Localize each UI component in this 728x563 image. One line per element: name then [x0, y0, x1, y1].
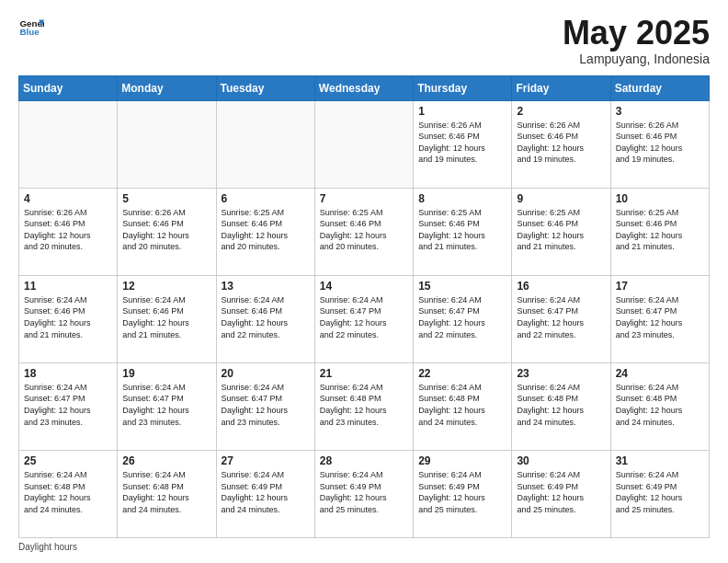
location: Lampuyang, Indonesia: [563, 52, 710, 66]
day-info: Sunrise: 6:26 AM Sunset: 6:46 PM Dayligh…: [418, 120, 506, 166]
day-info: Sunrise: 6:24 AM Sunset: 6:47 PM Dayligh…: [517, 294, 605, 340]
day-number: 9: [517, 192, 605, 205]
calendar-cell: 15Sunrise: 6:24 AM Sunset: 6:47 PM Dayli…: [414, 275, 512, 362]
day-number: 21: [320, 367, 408, 380]
day-info: Sunrise: 6:24 AM Sunset: 6:48 PM Dayligh…: [418, 382, 506, 428]
calendar-cell: 11Sunrise: 6:24 AM Sunset: 6:46 PM Dayli…: [19, 275, 118, 362]
day-number: 7: [320, 192, 408, 205]
day-info: Sunrise: 6:24 AM Sunset: 6:49 PM Dayligh…: [517, 469, 605, 515]
title-block: May 2025 Lampuyang, Indonesia: [563, 15, 710, 66]
month-title: May 2025: [563, 15, 710, 52]
calendar-day-header: Friday: [512, 75, 610, 100]
calendar-header-row: SundayMondayTuesdayWednesdayThursdayFrid…: [19, 75, 710, 100]
day-info: Sunrise: 6:26 AM Sunset: 6:46 PM Dayligh…: [122, 207, 210, 253]
day-info: Sunrise: 6:25 AM Sunset: 6:46 PM Dayligh…: [222, 207, 310, 253]
calendar-day-header: Sunday: [19, 75, 118, 100]
day-info: Sunrise: 6:26 AM Sunset: 6:46 PM Dayligh…: [616, 120, 704, 166]
calendar-day-header: Tuesday: [216, 75, 314, 100]
calendar-cell: 30Sunrise: 6:24 AM Sunset: 6:49 PM Dayli…: [512, 450, 610, 537]
day-info: Sunrise: 6:24 AM Sunset: 6:48 PM Dayligh…: [320, 382, 408, 428]
day-number: 10: [616, 192, 704, 205]
calendar-cell: 31Sunrise: 6:24 AM Sunset: 6:49 PM Dayli…: [610, 450, 709, 537]
calendar-cell: 4Sunrise: 6:26 AM Sunset: 6:46 PM Daylig…: [19, 188, 118, 275]
day-info: Sunrise: 6:24 AM Sunset: 6:47 PM Dayligh…: [616, 294, 704, 340]
day-number: 31: [616, 454, 704, 467]
calendar-day-header: Wednesday: [314, 75, 413, 100]
calendar-week-row: 1Sunrise: 6:26 AM Sunset: 6:46 PM Daylig…: [19, 100, 710, 188]
header: General Blue May 2025 Lampuyang, Indones…: [18, 15, 710, 66]
calendar-week-row: 11Sunrise: 6:24 AM Sunset: 6:46 PM Dayli…: [19, 275, 710, 362]
calendar-cell: 14Sunrise: 6:24 AM Sunset: 6:47 PM Dayli…: [314, 275, 413, 362]
day-info: Sunrise: 6:24 AM Sunset: 6:47 PM Dayligh…: [222, 382, 310, 428]
calendar-cell: 27Sunrise: 6:24 AM Sunset: 6:49 PM Dayli…: [216, 450, 314, 537]
day-info: Sunrise: 6:24 AM Sunset: 6:49 PM Dayligh…: [418, 469, 506, 515]
day-number: 29: [418, 454, 506, 467]
calendar-cell: 29Sunrise: 6:24 AM Sunset: 6:49 PM Dayli…: [414, 450, 512, 537]
calendar-cell: 21Sunrise: 6:24 AM Sunset: 6:48 PM Dayli…: [314, 362, 413, 450]
day-info: Sunrise: 6:24 AM Sunset: 6:48 PM Dayligh…: [517, 382, 605, 428]
calendar-week-row: 25Sunrise: 6:24 AM Sunset: 6:48 PM Dayli…: [19, 450, 710, 537]
calendar-cell: [118, 100, 216, 188]
calendar-cell: 17Sunrise: 6:24 AM Sunset: 6:47 PM Dayli…: [610, 275, 709, 362]
calendar-cell: 23Sunrise: 6:24 AM Sunset: 6:48 PM Dayli…: [512, 362, 610, 450]
calendar-cell: 7Sunrise: 6:25 AM Sunset: 6:46 PM Daylig…: [314, 188, 413, 275]
calendar-cell: 1Sunrise: 6:26 AM Sunset: 6:46 PM Daylig…: [414, 100, 512, 188]
day-number: 2: [517, 105, 605, 118]
calendar-cell: 5Sunrise: 6:26 AM Sunset: 6:46 PM Daylig…: [118, 188, 216, 275]
day-number: 23: [517, 367, 605, 380]
logo: General Blue: [18, 15, 44, 40]
calendar-cell: 26Sunrise: 6:24 AM Sunset: 6:48 PM Dayli…: [118, 450, 216, 537]
day-number: 11: [24, 280, 112, 293]
day-number: 4: [24, 192, 112, 205]
calendar-cell: 16Sunrise: 6:24 AM Sunset: 6:47 PM Dayli…: [512, 275, 610, 362]
day-number: 13: [222, 280, 310, 293]
calendar-cell: [216, 100, 314, 188]
day-info: Sunrise: 6:24 AM Sunset: 6:49 PM Dayligh…: [222, 469, 310, 515]
day-number: 6: [222, 192, 310, 205]
calendar-day-header: Thursday: [414, 75, 512, 100]
day-number: 25: [24, 454, 112, 467]
calendar-table: SundayMondayTuesdayWednesdayThursdayFrid…: [18, 75, 710, 538]
day-info: Sunrise: 6:24 AM Sunset: 6:47 PM Dayligh…: [122, 382, 210, 428]
calendar-cell: 24Sunrise: 6:24 AM Sunset: 6:48 PM Dayli…: [610, 362, 709, 450]
day-number: 15: [418, 280, 506, 293]
day-number: 24: [616, 367, 704, 380]
page: General Blue May 2025 Lampuyang, Indones…: [0, 0, 728, 563]
footer-note: Daylight hours: [18, 542, 710, 552]
svg-text:Blue: Blue: [19, 27, 40, 37]
day-info: Sunrise: 6:25 AM Sunset: 6:46 PM Dayligh…: [616, 207, 704, 253]
calendar-cell: 18Sunrise: 6:24 AM Sunset: 6:47 PM Dayli…: [19, 362, 118, 450]
day-number: 26: [122, 454, 210, 467]
calendar-cell: 6Sunrise: 6:25 AM Sunset: 6:46 PM Daylig…: [216, 188, 314, 275]
calendar-cell: 20Sunrise: 6:24 AM Sunset: 6:47 PM Dayli…: [216, 362, 314, 450]
day-info: Sunrise: 6:24 AM Sunset: 6:49 PM Dayligh…: [616, 469, 704, 515]
day-info: Sunrise: 6:26 AM Sunset: 6:46 PM Dayligh…: [517, 120, 605, 166]
logo-icon: General Blue: [18, 15, 44, 40]
day-info: Sunrise: 6:25 AM Sunset: 6:46 PM Dayligh…: [517, 207, 605, 253]
day-number: 17: [616, 280, 704, 293]
day-number: 30: [517, 454, 605, 467]
day-info: Sunrise: 6:24 AM Sunset: 6:48 PM Dayligh…: [616, 382, 704, 428]
day-info: Sunrise: 6:24 AM Sunset: 6:47 PM Dayligh…: [418, 294, 506, 340]
day-info: Sunrise: 6:24 AM Sunset: 6:46 PM Dayligh…: [24, 294, 112, 340]
day-number: 28: [320, 454, 408, 467]
day-info: Sunrise: 6:24 AM Sunset: 6:47 PM Dayligh…: [320, 294, 408, 340]
day-number: 3: [616, 105, 704, 118]
calendar-cell: 3Sunrise: 6:26 AM Sunset: 6:46 PM Daylig…: [610, 100, 709, 188]
day-info: Sunrise: 6:24 AM Sunset: 6:46 PM Dayligh…: [222, 294, 310, 340]
calendar-day-header: Monday: [118, 75, 216, 100]
day-number: 20: [222, 367, 310, 380]
day-info: Sunrise: 6:24 AM Sunset: 6:46 PM Dayligh…: [122, 294, 210, 340]
calendar-cell: 8Sunrise: 6:25 AM Sunset: 6:46 PM Daylig…: [414, 188, 512, 275]
day-number: 27: [222, 454, 310, 467]
day-info: Sunrise: 6:25 AM Sunset: 6:46 PM Dayligh…: [418, 207, 506, 253]
day-info: Sunrise: 6:24 AM Sunset: 6:47 PM Dayligh…: [24, 382, 112, 428]
day-info: Sunrise: 6:26 AM Sunset: 6:46 PM Dayligh…: [24, 207, 112, 253]
calendar-cell: [19, 100, 118, 188]
calendar-cell: 22Sunrise: 6:24 AM Sunset: 6:48 PM Dayli…: [414, 362, 512, 450]
day-number: 14: [320, 280, 408, 293]
day-number: 1: [418, 105, 506, 118]
day-info: Sunrise: 6:25 AM Sunset: 6:46 PM Dayligh…: [320, 207, 408, 253]
day-info: Sunrise: 6:24 AM Sunset: 6:49 PM Dayligh…: [320, 469, 408, 515]
day-number: 8: [418, 192, 506, 205]
